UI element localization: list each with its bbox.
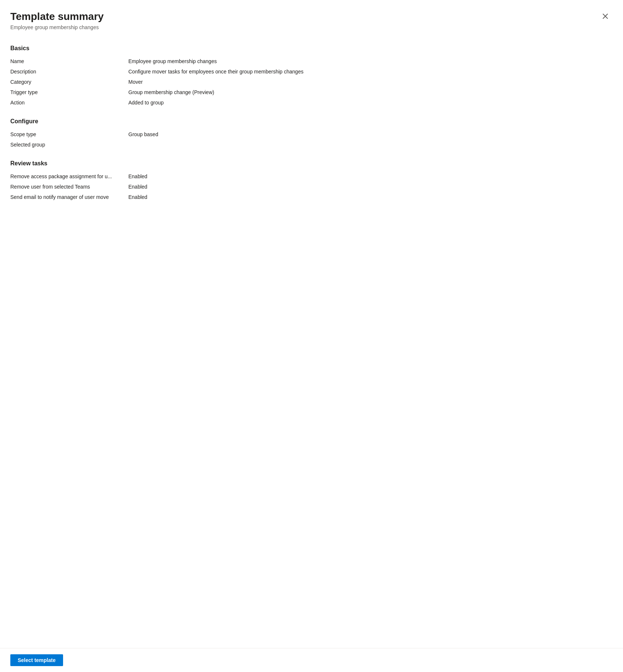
basics-trigger-type-label: Trigger type (10, 89, 128, 95)
basics-action-label: Action (10, 100, 128, 106)
basics-action-row: Action Added to group (10, 97, 613, 108)
configure-selected-group-row: Selected group (10, 139, 613, 150)
basics-section-title: Basics (10, 45, 613, 52)
configure-selected-group-label: Selected group (10, 142, 128, 148)
review-tasks-send-email-row: Send email to notify manager of user mov… (10, 192, 613, 202)
basics-category-label: Category (10, 79, 128, 85)
close-icon (602, 13, 608, 19)
template-summary-panel: Template summary Employee group membersh… (0, 0, 623, 672)
review-tasks-remove-access-row: Remove access package assignment for u..… (10, 171, 613, 182)
basics-trigger-type-value: Group membership change (Preview) (128, 89, 613, 95)
basics-description-value: Configure mover tasks for employees once… (128, 69, 613, 75)
basics-category-row: Category Mover (10, 77, 613, 87)
basics-name-value: Employee group membership changes (128, 58, 613, 64)
basics-trigger-type-row: Trigger type Group membership change (Pr… (10, 87, 613, 97)
basics-name-label: Name (10, 58, 128, 64)
review-tasks-section: Review tasks Remove access package assig… (10, 160, 613, 202)
review-tasks-send-email-value: Enabled (128, 194, 613, 200)
configure-section-title: Configure (10, 118, 613, 125)
basics-action-value: Added to group (128, 100, 613, 106)
panel-title: Template summary (10, 10, 104, 23)
configure-selected-group-value (128, 142, 613, 148)
panel-header: Template summary Employee group membersh… (0, 0, 623, 36)
review-tasks-send-email-label: Send email to notify manager of user mov… (10, 194, 128, 200)
configure-scope-type-value: Group based (128, 131, 613, 137)
review-tasks-remove-teams-value: Enabled (128, 184, 613, 190)
review-tasks-remove-teams-label: Remove user from selected Teams (10, 184, 128, 190)
panel-content: Basics Name Employee group membership ch… (0, 36, 623, 648)
basics-name-row: Name Employee group membership changes (10, 56, 613, 66)
review-tasks-remove-teams-row: Remove user from selected Teams Enabled (10, 182, 613, 192)
panel-footer: Select template (0, 648, 623, 672)
basics-description-label: Description (10, 69, 128, 75)
close-button[interactable] (599, 10, 611, 22)
configure-section: Configure Scope type Group based Selecte… (10, 118, 613, 150)
select-template-button[interactable]: Select template (10, 654, 63, 666)
panel-subtitle: Employee group membership changes (10, 24, 104, 30)
basics-category-value: Mover (128, 79, 613, 85)
panel-title-group: Template summary Employee group membersh… (10, 10, 104, 30)
configure-scope-type-label: Scope type (10, 131, 128, 137)
review-tasks-remove-access-value: Enabled (128, 173, 613, 179)
review-tasks-remove-access-label: Remove access package assignment for u..… (10, 173, 128, 179)
review-tasks-section-title: Review tasks (10, 160, 613, 167)
basics-description-row: Description Configure mover tasks for em… (10, 66, 613, 77)
basics-section: Basics Name Employee group membership ch… (10, 45, 613, 108)
configure-scope-type-row: Scope type Group based (10, 129, 613, 139)
